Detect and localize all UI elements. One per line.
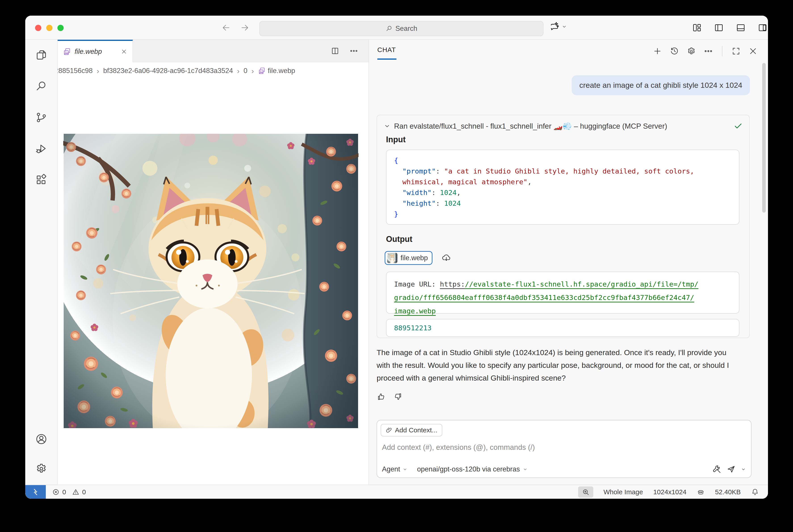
chevron-right-icon: › xyxy=(251,66,254,75)
toggle-panel-icon[interactable] xyxy=(736,23,745,33)
tool-input-json: { "prompt": "a cat in Studio Ghibli styl… xyxy=(386,150,739,225)
copilot-menu-button[interactable] xyxy=(549,21,567,32)
copilot-chat-icon xyxy=(549,21,560,32)
copilot-status-icon[interactable] xyxy=(697,488,705,496)
tool-call-header[interactable]: Ran evalstate/flux1_schnell - flux1_schn… xyxy=(383,121,743,131)
chevron-down-icon xyxy=(523,467,528,472)
tab-bar: file.webp xyxy=(58,40,369,62)
chat-input-placeholder: Add context (#), extensions (@), command… xyxy=(382,443,535,452)
tool-call-title: Ran evalstate/flux1_schnell - flux1_schn… xyxy=(394,122,667,130)
image-file-icon xyxy=(258,67,266,75)
thumbs-up-icon[interactable] xyxy=(377,392,385,401)
chat-header: CHAT xyxy=(369,40,768,62)
chevron-down-icon xyxy=(402,467,408,472)
notifications-bell-icon[interactable] xyxy=(751,488,759,496)
tab-close-button[interactable] xyxy=(121,49,127,55)
extensions-icon[interactable] xyxy=(35,174,48,186)
editor-group: file.webp 2885156c98 › bf3823e2-6a06-492… xyxy=(58,40,369,484)
image-zoom-mode[interactable]: Whole Image xyxy=(604,488,643,496)
input-section-label: Input xyxy=(386,135,405,144)
image-file-icon xyxy=(63,48,71,56)
status-bar: 0 0 Whole Image 1024x1024 52.40KB xyxy=(25,484,768,499)
tab-file-webp[interactable]: file.webp xyxy=(58,40,133,62)
user-message-bubble: create an image of a cat ghibli style 10… xyxy=(572,75,750,95)
file-chip-label: file.webp xyxy=(400,254,428,262)
problems-status[interactable]: 0 0 xyxy=(52,488,89,496)
tools-icon[interactable] xyxy=(712,464,721,474)
back-icon[interactable] xyxy=(221,23,231,32)
chevron-down-icon xyxy=(383,122,391,130)
breadcrumb-segment[interactable]: 0 xyxy=(244,67,247,75)
close-window-button[interactable] xyxy=(35,25,41,31)
customize-layout-icon[interactable] xyxy=(692,23,702,33)
warning-count: 0 xyxy=(82,488,86,496)
chevron-right-icon: › xyxy=(237,66,240,75)
toggle-primary-sidebar-icon[interactable] xyxy=(714,23,724,33)
warning-icon xyxy=(72,488,79,496)
send-icon[interactable] xyxy=(726,464,736,474)
error-icon xyxy=(52,488,60,496)
result-id-block: 889512213 xyxy=(386,319,739,337)
output-file-chip[interactable]: file.webp xyxy=(385,251,432,265)
settings-gear-icon[interactable] xyxy=(35,462,48,475)
close-icon xyxy=(121,49,127,55)
search-sidebar-icon[interactable] xyxy=(35,80,48,93)
search-icon xyxy=(385,25,393,32)
toggle-secondary-sidebar-icon[interactable] xyxy=(758,23,768,33)
image-file-size[interactable]: 52.40KB xyxy=(715,488,741,496)
breadcrumb: 2885156c98 › bf3823e2-6a06-4928-ac96-1c7… xyxy=(58,62,369,79)
tab-label: file.webp xyxy=(75,48,102,56)
chevron-down-icon xyxy=(561,24,567,30)
download-icon[interactable] xyxy=(441,253,451,263)
add-context-button[interactable]: Add Context... xyxy=(381,424,442,436)
accounts-icon[interactable] xyxy=(35,433,48,445)
chat-tab-title[interactable]: CHAT xyxy=(377,46,396,54)
file-thumbnail xyxy=(387,253,397,263)
chat-input-box[interactable]: Add Context... Add context (#), extensio… xyxy=(377,420,752,478)
tool-call-card: Ran evalstate/flux1_schnell - flux1_schn… xyxy=(377,115,750,338)
paperclip-icon xyxy=(385,427,392,434)
image-preview-canvas xyxy=(58,79,369,484)
run-debug-icon[interactable] xyxy=(35,142,48,155)
scrollbar-thumb[interactable] xyxy=(762,63,766,213)
zoom-window-button[interactable] xyxy=(57,25,64,31)
split-editor-icon[interactable] xyxy=(331,46,340,55)
send-options-chevron-icon[interactable] xyxy=(741,467,746,472)
image-dimensions[interactable]: 1024x1024 xyxy=(653,488,686,496)
breadcrumb-file[interactable]: file.webp xyxy=(258,67,295,75)
result-id: 889512213 xyxy=(394,324,432,332)
chat-settings-gear-icon[interactable] xyxy=(687,46,696,56)
breadcrumb-segment[interactable]: 2885156c98 xyxy=(58,67,93,75)
source-control-icon[interactable] xyxy=(35,111,48,124)
zoom-in-icon xyxy=(582,488,590,496)
chat-history-icon[interactable] xyxy=(670,46,679,56)
image-url-block[interactable]: Image URL: https://evalstate-flux1-schne… xyxy=(386,271,739,314)
forward-icon[interactable] xyxy=(240,23,249,32)
explorer-icon[interactable] xyxy=(35,49,48,61)
minimize-window-button[interactable] xyxy=(46,25,53,31)
titlebar: Search xyxy=(25,16,768,40)
chevron-right-icon: › xyxy=(96,66,100,75)
activity-bar xyxy=(25,40,58,484)
thumbs-down-icon[interactable] xyxy=(394,392,402,401)
image-zoom-button[interactable] xyxy=(578,487,593,498)
remote-indicator[interactable] xyxy=(25,485,46,499)
chat-panel: CHAT create an image of a cat ghibli sty… xyxy=(369,40,768,484)
chat-more-actions-icon[interactable] xyxy=(704,46,713,56)
output-section-label: Output xyxy=(386,234,412,244)
model-dropdown[interactable]: openai/gpt-oss-120b via cerebras xyxy=(417,465,528,473)
vscode-window: Search xyxy=(25,16,768,499)
close-panel-icon[interactable] xyxy=(748,46,758,56)
cat-image xyxy=(63,134,359,428)
agent-mode-dropdown[interactable]: Agent xyxy=(382,465,408,473)
search-input[interactable]: Search xyxy=(259,21,544,36)
assistant-response: The image of a cat in Studio Ghibli styl… xyxy=(377,346,734,384)
active-tab-underline xyxy=(377,58,396,60)
remote-icon xyxy=(31,488,40,496)
new-chat-icon[interactable] xyxy=(653,46,662,56)
more-actions-icon[interactable] xyxy=(350,46,358,55)
error-count: 0 xyxy=(62,488,66,496)
breadcrumb-segment[interactable]: bf3823e2-6a06-4928-ac96-1c7d483a3524 xyxy=(103,67,233,75)
search-placeholder: Search xyxy=(395,24,417,33)
maximize-panel-icon[interactable] xyxy=(731,46,741,56)
